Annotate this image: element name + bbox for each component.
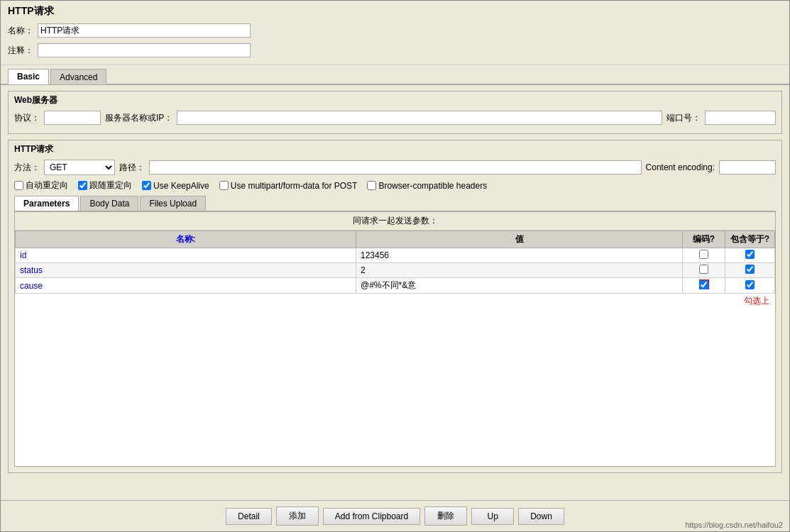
comment-input[interactable] — [38, 43, 251, 57]
auto-redirect-label: 自动重定向 — [26, 179, 68, 192]
content-area: Web服务器 协议： 服务器名称或IP： 端口号： HTTP请求 方法： GET… — [1, 85, 789, 500]
title-bar: HTTP请求 名称： 注释： — [1, 1, 789, 65]
name-input[interactable] — [38, 23, 251, 38]
param-encode[interactable] — [683, 248, 725, 263]
param-name: cause — [16, 278, 356, 294]
param-encode[interactable] — [683, 278, 725, 294]
table-row: cause@#%不同*&意 — [16, 278, 775, 294]
http-request-section: HTTP请求 方法： GET POST PUT DELETE HEAD OPTI… — [8, 140, 782, 473]
col-header-equals: 包含等于? — [725, 231, 775, 248]
col-header-value: 值 — [356, 231, 683, 248]
browser-headers-input[interactable] — [367, 181, 376, 190]
annotation-text: 勾选上 — [15, 294, 775, 309]
param-equals[interactable] — [725, 263, 775, 278]
col-header-encode: 编码? — [683, 231, 725, 248]
checkbox-row: 自动重定向 跟随重定向 Use KeepAlive Use multipart/… — [14, 179, 776, 192]
tab-files-upload[interactable]: Files Upload — [140, 196, 206, 211]
params-table-area: 同请求一起发送参数： 名称: 值 编码? 包含等于? id123456statu… — [14, 211, 776, 467]
outer-tab-bar: Basic Advanced — [1, 65, 789, 85]
auto-redirect-input[interactable] — [14, 181, 23, 190]
param-equals[interactable] — [725, 278, 775, 294]
tab-body-data[interactable]: Body Data — [80, 196, 138, 211]
keep-alive-input[interactable] — [142, 181, 151, 190]
method-form-row: 方法： GET POST PUT DELETE HEAD OPTIONS PAT… — [14, 160, 776, 175]
delete-button[interactable]: 删除 — [424, 506, 467, 526]
server-form-row: 协议： 服务器名称或IP： 端口号： — [14, 111, 776, 125]
encoding-input[interactable] — [719, 160, 776, 174]
param-value: 123456 — [356, 248, 683, 263]
server-label: 服务器名称或IP： — [105, 112, 172, 124]
tab-basic[interactable]: Basic — [8, 69, 49, 84]
server-input[interactable] — [177, 111, 662, 125]
main-window: HTTP请求 名称： 注释： Basic Advanced Web服务器 协议：… — [0, 0, 790, 532]
param-name: id — [16, 248, 356, 263]
table-row: status2 — [16, 263, 775, 278]
tab-advanced[interactable]: Advanced — [50, 69, 106, 84]
method-label: 方法： — [14, 162, 40, 174]
web-server-section: Web服务器 协议： 服务器名称或IP： 端口号： — [8, 91, 782, 134]
protocol-input[interactable] — [44, 111, 101, 125]
auto-redirect-checkbox[interactable]: 自动重定向 — [14, 179, 68, 192]
param-equals[interactable] — [725, 248, 775, 263]
follow-redirect-label: 跟随重定向 — [89, 179, 132, 192]
inner-tab-bar: Parameters Body Data Files Upload — [14, 196, 776, 211]
path-input[interactable] — [149, 160, 642, 174]
down-button[interactable]: Down — [518, 508, 564, 525]
param-name: status — [16, 263, 356, 278]
web-server-title: Web服务器 — [14, 94, 776, 106]
params-subtitle: 同请求一起发送参数： — [15, 212, 775, 231]
params-table: 名称: 值 编码? 包含等于? id123456status2cause@#%不… — [15, 231, 775, 294]
http-request-title: HTTP请求 — [14, 143, 776, 155]
multipart-label: Use multipart/form-data for POST — [231, 181, 358, 191]
follow-redirect-checkbox[interactable]: 跟随重定向 — [78, 179, 132, 192]
add-button[interactable]: 添加 — [276, 506, 319, 526]
method-select[interactable]: GET POST PUT DELETE HEAD OPTIONS PATCH — [44, 160, 115, 175]
keep-alive-checkbox[interactable]: Use KeepAlive — [142, 181, 209, 191]
window-title: HTTP请求 — [8, 5, 782, 18]
table-row: id123456 — [16, 248, 775, 263]
param-encode[interactable] — [683, 263, 725, 278]
comment-row: 注释： — [8, 42, 782, 59]
port-input[interactable] — [705, 111, 776, 125]
protocol-label: 协议： — [14, 112, 40, 124]
multipart-input[interactable] — [219, 181, 229, 190]
up-button[interactable]: Up — [471, 508, 514, 525]
name-row: 名称： — [8, 22, 782, 39]
detail-button[interactable]: Detail — [226, 508, 272, 525]
add-clipboard-button[interactable]: Add from Clipboard — [323, 508, 420, 525]
bottom-toolbar: Detail 添加 Add from Clipboard 删除 Up Down — [1, 500, 789, 531]
comment-label: 注释： — [8, 45, 33, 57]
param-value: 2 — [356, 263, 683, 278]
col-header-name: 名称: — [16, 231, 356, 248]
encoding-label: Content encoding: — [646, 162, 715, 172]
keep-alive-label: Use KeepAlive — [153, 181, 209, 191]
browser-headers-checkbox[interactable]: Browser-compatible headers — [367, 181, 487, 191]
follow-redirect-input[interactable] — [78, 181, 87, 190]
tab-parameters[interactable]: Parameters — [14, 196, 79, 211]
watermark: https://blog.csdn.net/haifou2 — [685, 521, 783, 529]
multipart-checkbox[interactable]: Use multipart/form-data for POST — [219, 181, 358, 191]
port-label: 端口号： — [666, 112, 701, 124]
param-value: @#%不同*&意 — [356, 278, 683, 294]
browser-headers-label: Browser-compatible headers — [378, 181, 487, 191]
path-label: 路径： — [119, 162, 145, 174]
name-label: 名称： — [8, 25, 33, 37]
